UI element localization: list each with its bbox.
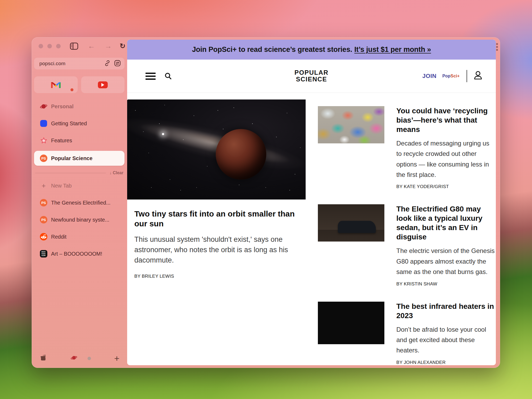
article-byline: BY KRISTIN SHAW: [396, 281, 495, 287]
articles-area: Two tiny stars fit into an orbit smaller…: [127, 99, 496, 279]
bright-star: [162, 133, 164, 135]
feature-article-title[interactable]: Two tiny stars fit into an orbit smaller…: [134, 209, 300, 228]
article-title[interactable]: The best infrared heaters in 2023: [396, 302, 495, 320]
header-divider: [467, 70, 467, 82]
site-logo[interactable]: POPULAR SCIENCE: [294, 69, 329, 83]
article-thumbnail[interactable]: [318, 204, 384, 242]
sidebar-toggle-icon[interactable]: [70, 43, 78, 50]
popular-science-icon: PS: [40, 155, 47, 162]
copy-link-icon[interactable]: [104, 60, 110, 67]
close-button[interactable]: [39, 44, 43, 48]
feature-article-dek: This unusual system 'shouldn't exist,' s…: [134, 234, 299, 265]
popsci-favicon: PS: [40, 216, 47, 223]
tab-item-genesis-electrified[interactable]: PS The Genesis Electrified...: [34, 196, 124, 209]
article-list: You could have ‘recycling bias’—here’s w…: [318, 106, 496, 365]
url-text: popsci.com: [39, 61, 104, 66]
article-byline: BY KATE YODER/GRIST: [396, 184, 495, 189]
space-name: Personal: [51, 103, 73, 110]
article-dek: The electric version of the Genesis G80 …: [396, 246, 495, 277]
reload-button[interactable]: ↻: [120, 43, 126, 49]
sidebar-bottom-bar: +: [32, 352, 127, 364]
banner-link[interactable]: It’s just $1 per month »: [354, 45, 431, 54]
star-icon: [40, 137, 47, 144]
zoom-button[interactable]: [56, 44, 61, 48]
page-content-card: Join PopSci+ to read science’s greatest …: [127, 40, 496, 365]
popsci-favicon: PS: [40, 199, 47, 206]
article-thumbnail[interactable]: [318, 106, 384, 143]
article-title[interactable]: The Electrified G80 may look like a typi…: [396, 204, 495, 242]
reddit-icon: [40, 233, 47, 240]
feature-article: Two tiny stars fit into an orbit smaller…: [127, 99, 306, 279]
space-header-personal[interactable]: Personal: [34, 100, 124, 113]
tab-item-art-booooooom[interactable]: BOO OOO OOM Art – BOOOOOOOM!: [34, 247, 124, 260]
search-icon[interactable]: [164, 72, 172, 80]
plus-icon: +: [40, 182, 47, 189]
divider: [35, 173, 106, 173]
url-bar[interactable]: popsci.com: [34, 58, 124, 69]
clear-tabs-row: ↓ Clear: [35, 169, 123, 176]
window-edge-handle[interactable]: [496, 43, 498, 51]
feature-article-byline: BY BRILEY LEWIS: [134, 274, 300, 279]
forward-button[interactable]: →: [105, 43, 112, 50]
favorite-item-getting-started[interactable]: Getting Started: [34, 117, 124, 130]
account-icon[interactable]: [472, 70, 484, 82]
boost-settings-icon[interactable]: [114, 60, 121, 68]
favorite-tiles: [34, 76, 124, 93]
favorite-item-popular-science[interactable]: PS Popular Science: [34, 151, 124, 166]
feature-article-image[interactable]: [127, 99, 306, 200]
favorite-item-features[interactable]: Features: [34, 134, 124, 147]
gmail-notification-dot: [70, 88, 73, 91]
new-space-plus-button[interactable]: +: [114, 354, 119, 363]
gmail-tile[interactable]: [34, 76, 78, 93]
clear-button[interactable]: ↓ Clear: [110, 171, 123, 175]
banner-text: Join PopSci+ to read science’s greatest …: [192, 45, 352, 54]
article-row-recycling: You could have ‘recycling bias’—here’s w…: [318, 106, 496, 189]
tab-item-newfound-binary[interactable]: PS Newfound binary syste...: [34, 213, 124, 226]
join-button[interactable]: JOIN: [422, 73, 437, 80]
article-byline: BY JOHN ALEXANDER: [396, 360, 495, 365]
planet-icon: [40, 103, 47, 110]
article-dek: Decades of messaging urging us to recycl…: [396, 138, 495, 180]
article-thumbnail[interactable]: [318, 302, 384, 344]
window-topbar: ← → ↻: [32, 37, 127, 55]
youtube-tile[interactable]: [81, 76, 125, 93]
browser-window: ← → ↻ popsci.com: [32, 37, 500, 368]
gmail-icon: [51, 81, 61, 88]
library-icon[interactable]: [39, 354, 47, 363]
youtube-icon: [98, 81, 108, 88]
tab-item-reddit[interactable]: Reddit: [34, 230, 124, 243]
sidebar-nav: Personal Getting Started Features PS Pop…: [34, 100, 124, 260]
browser-sidebar: ← → ↻ popsci.com: [32, 37, 127, 368]
new-tab-button[interactable]: + New Tab: [34, 179, 124, 192]
space-indicator-dot[interactable]: [88, 357, 91, 360]
subscription-banner: Join PopSci+ to read science’s greatest …: [127, 40, 496, 60]
article-row-genesis-g80: The Electrified G80 may look like a typi…: [318, 204, 496, 286]
menu-icon[interactable]: [146, 73, 156, 80]
minimize-button[interactable]: [47, 44, 52, 48]
booooooom-icon: BOO OOO OOM: [40, 250, 47, 257]
article-dek: Don’t be afraid to lose your cool and ge…: [396, 324, 495, 356]
space-indicator-personal-icon[interactable]: [70, 354, 77, 362]
blue-square-icon: [40, 120, 47, 127]
article-row-infrared-heaters: The best infrared heaters in 2023 Don’t …: [318, 302, 496, 365]
site-header: POPULAR SCIENCE JOIN PopSci+: [127, 60, 496, 93]
dark-red-planet: [216, 129, 266, 180]
article-title[interactable]: You could have ‘recycling bias’—here’s w…: [396, 106, 495, 134]
back-button[interactable]: ←: [88, 43, 95, 50]
popsci-plus-brand[interactable]: PopSci+: [442, 74, 460, 78]
